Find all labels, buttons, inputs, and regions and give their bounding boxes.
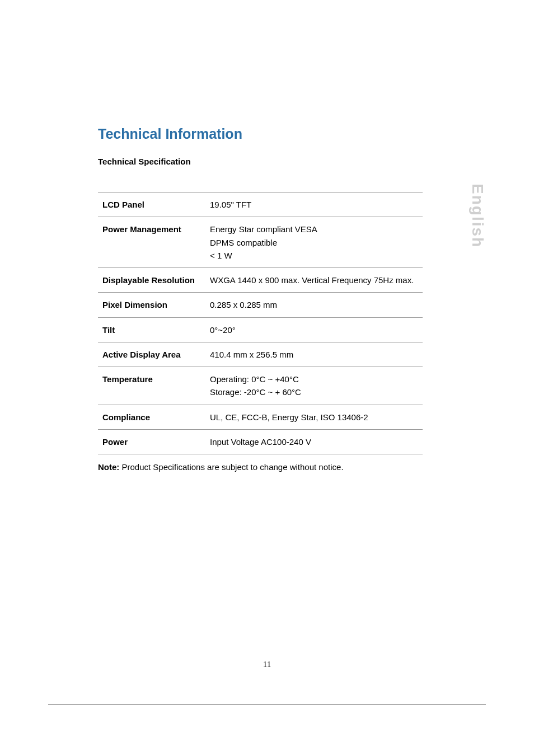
- section-title: Technical Information: [98, 126, 478, 142]
- spec-label: Power: [98, 429, 205, 454]
- spec-table: LCD Panel19.05" TFTPower ManagementEnerg…: [98, 192, 423, 454]
- spec-label: Power Management: [98, 217, 205, 268]
- spec-value: Operating: 0°C ~ +40°CStorage: -20°C ~ +…: [205, 367, 423, 405]
- spec-label: Displayable Resolution: [98, 268, 205, 293]
- table-row: PowerInput Voltage AC100-240 V: [98, 429, 423, 454]
- spec-label: LCD Panel: [98, 192, 205, 217]
- spec-value: 19.05" TFT: [205, 192, 423, 217]
- table-row: Displayable ResolutionWXGA 1440 x 900 ma…: [98, 268, 423, 293]
- spec-value: 0°~20°: [205, 317, 423, 342]
- footer-divider: [48, 704, 486, 705]
- table-row: TemperatureOperating: 0°C ~ +40°CStorage…: [98, 367, 423, 405]
- table-row: Tilt0°~20°: [98, 317, 423, 342]
- note: Note: Product Specifications are subject…: [98, 462, 478, 472]
- spec-value: 0.285 x 0.285 mm: [205, 293, 423, 317]
- spec-label: Pixel Dimension: [98, 293, 205, 317]
- spec-value: UL, CE, FCC-B, Energy Star, ISO 13406-2: [205, 405, 423, 429]
- spec-label: Compliance: [98, 405, 205, 429]
- page-number: 11: [0, 660, 534, 669]
- table-row: Active Display Area410.4 mm x 256.5 mm: [98, 342, 423, 367]
- section-subtitle: Technical Specification: [98, 157, 478, 166]
- table-row: Power ManagementEnergy Star compliant VE…: [98, 217, 423, 268]
- table-row: LCD Panel19.05" TFT: [98, 192, 423, 217]
- page: Technical Information Technical Specific…: [0, 0, 534, 756]
- spec-table-body: LCD Panel19.05" TFTPower ManagementEnerg…: [98, 192, 423, 454]
- spec-value: WXGA 1440 x 900 max. Vertical Frequency …: [205, 268, 423, 293]
- spec-value: 410.4 mm x 256.5 mm: [205, 342, 423, 367]
- spec-value: Input Voltage AC100-240 V: [205, 429, 423, 454]
- table-row: ComplianceUL, CE, FCC-B, Energy Star, IS…: [98, 405, 423, 429]
- language-tab: English: [469, 184, 486, 248]
- note-label: Note:: [98, 462, 119, 472]
- spec-label: Active Display Area: [98, 342, 205, 367]
- spec-label: Temperature: [98, 367, 205, 405]
- spec-label: Tilt: [98, 317, 205, 342]
- table-row: Pixel Dimension0.285 x 0.285 mm: [98, 293, 423, 317]
- spec-value: Energy Star compliant VESADPMS compatibl…: [205, 217, 423, 268]
- note-text: Product Specifications are subject to ch…: [119, 462, 343, 472]
